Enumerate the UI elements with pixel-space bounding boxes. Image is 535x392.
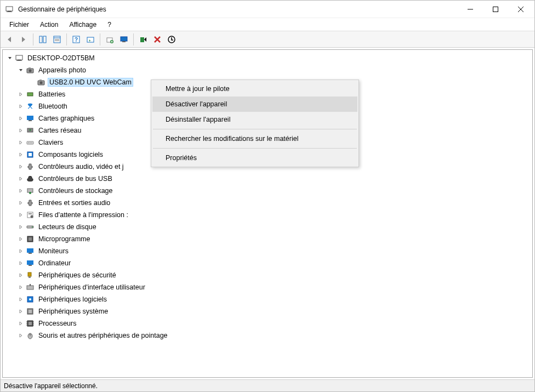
context-menu-scan-hardware[interactable]: Rechercher les modifications sur le maté… <box>152 131 357 146</box>
uninstall-device-button[interactable] <box>165 33 178 46</box>
chevron-right-icon[interactable] <box>17 139 25 146</box>
chevron-right-icon[interactable] <box>17 103 25 110</box>
monitors-button[interactable] <box>117 33 130 46</box>
chevron-right-icon[interactable] <box>17 90 25 98</box>
tree-category-label: Cartes réseau <box>37 126 83 135</box>
chevron-right-icon[interactable] <box>17 163 25 171</box>
enable-device-button[interactable] <box>136 33 150 46</box>
minimize-button[interactable] <box>458 1 483 18</box>
properties-toolbar-button[interactable] <box>50 33 64 46</box>
chevron-right-icon[interactable] <box>17 115 25 122</box>
tree-category-label: Composants logiciels <box>37 150 105 159</box>
tree-category[interactable]: Moniteurs <box>3 245 532 257</box>
svg-point-29 <box>40 82 43 84</box>
tree-category[interactable]: Contrôleurs de bus USB <box>3 173 532 185</box>
tree-category[interactable]: Files d'attente à l'impression : <box>3 209 532 221</box>
disable-device-button[interactable] <box>151 33 164 46</box>
tree-category[interactable]: Entrées et sorties audio <box>3 197 532 209</box>
context-menu-update-driver[interactable]: Mettre à jour le pilote <box>152 81 357 96</box>
device-manager-window: Gestionnaire de périphériques Fichier Ac… <box>0 0 535 392</box>
chevron-right-icon[interactable] <box>17 235 25 243</box>
chevron-right-icon[interactable] <box>17 283 25 291</box>
help-toolbar-button[interactable]: ? <box>70 33 83 46</box>
chevron-down-icon[interactable] <box>17 66 25 74</box>
svg-rect-37 <box>28 143 29 143</box>
chevron-right-icon[interactable] <box>17 127 25 134</box>
tree-category-label: Lecteurs de disque <box>37 223 98 231</box>
chevron-right-icon[interactable] <box>17 223 25 231</box>
tree-category-label: Claviers <box>37 138 65 147</box>
svg-rect-20 <box>140 37 144 42</box>
svg-rect-73 <box>29 334 31 335</box>
category-icon <box>26 150 35 159</box>
tree-category[interactable]: Ordinateur <box>3 257 532 269</box>
back-button[interactable] <box>3 33 16 46</box>
tree-category[interactable]: Périphériques de sécurité <box>3 269 532 281</box>
category-icon <box>26 295 35 304</box>
device-tree[interactable]: DESKTOP-O2DT5BM Appareils photo USB2.0 H… <box>2 49 533 378</box>
tree-category[interactable]: Processeurs <box>3 317 532 329</box>
update-driver-button[interactable] <box>103 33 116 46</box>
maximize-button[interactable] <box>483 1 508 18</box>
svg-rect-50 <box>29 237 32 241</box>
svg-rect-53 <box>27 260 33 265</box>
tree-category[interactable]: Périphériques système <box>3 305 532 317</box>
tree-category[interactable]: Souris et autres périphériques de pointa… <box>3 329 532 342</box>
svg-rect-30 <box>39 79 42 81</box>
tree-category-label: Périphériques logiciels <box>37 295 109 304</box>
show-hide-console-button[interactable] <box>36 33 49 46</box>
tree-category-label: Contrôleurs de bus USB <box>37 174 114 183</box>
close-button[interactable] <box>508 1 533 18</box>
context-menu-disable-device[interactable]: Désactiver l'appareil <box>152 96 357 112</box>
context-menu-uninstall-device[interactable]: Désinstaller l'appareil <box>152 112 357 127</box>
toolbar: ? <box>1 31 534 48</box>
tree-category-label: Cartes graphiques <box>37 114 96 123</box>
chevron-right-icon[interactable] <box>17 259 25 267</box>
tree-category-label: Périphériques d'interface utilisateur <box>37 283 147 292</box>
chevron-right-icon[interactable] <box>17 247 25 255</box>
tree-category-label: Files d'attente à l'impression : <box>37 211 130 219</box>
svg-rect-0 <box>6 7 13 11</box>
tree-category-label: Ordinateur <box>37 259 72 268</box>
svg-point-48 <box>32 226 33 228</box>
chevron-right-icon[interactable] <box>17 211 25 219</box>
scan-hardware-button[interactable] <box>84 33 97 46</box>
toolbar-separator <box>33 33 33 46</box>
tree-category-label: Appareils photo <box>37 66 88 75</box>
menu-file[interactable]: Fichier <box>4 19 35 30</box>
menu-help[interactable]: ? <box>102 19 117 30</box>
chevron-right-icon[interactable] <box>17 296 25 303</box>
svg-text:?: ? <box>75 37 78 43</box>
statusbar: Désactive l'appareil sélectionné. <box>1 379 534 391</box>
chevron-down-icon[interactable] <box>6 54 14 62</box>
tree-category-cameras[interactable]: Appareils photo <box>3 64 532 76</box>
context-menu-properties[interactable]: Propriétés <box>152 150 357 166</box>
svg-rect-19 <box>122 41 126 42</box>
chevron-right-icon[interactable] <box>17 332 25 339</box>
svg-rect-1 <box>8 11 11 12</box>
tree-category[interactable]: Périphériques logiciels <box>3 293 532 305</box>
tree-category-label: Entrées et sorties audio <box>37 198 112 207</box>
tree-category[interactable]: Contrôleurs de stockage <box>3 185 532 197</box>
category-icon <box>26 138 35 147</box>
tree-device-label: USB2.0 HD UVC WebCam <box>48 78 133 87</box>
chevron-right-icon[interactable] <box>17 271 25 279</box>
forward-button[interactable] <box>17 33 30 46</box>
tree-category[interactable]: Périphériques d'interface utilisateur <box>3 281 532 293</box>
tree-category-label: Batteries <box>37 90 67 99</box>
tree-category-label: Processeurs <box>37 319 78 328</box>
menu-action[interactable]: Action <box>35 19 64 30</box>
chevron-right-icon[interactable] <box>17 187 25 195</box>
category-icon <box>26 235 35 243</box>
chevron-right-icon[interactable] <box>17 175 25 183</box>
chevron-right-icon[interactable] <box>17 320 25 327</box>
chevron-right-icon[interactable] <box>17 199 25 207</box>
chevron-right-icon[interactable] <box>17 151 25 158</box>
menubar: Fichier Action Affichage ? <box>1 18 534 31</box>
chevron-right-icon[interactable] <box>17 308 25 315</box>
tree-category[interactable]: Microprogramme <box>3 233 532 245</box>
tree-root[interactable]: DESKTOP-O2DT5BM <box>3 52 532 64</box>
tree-category[interactable]: Lecteurs de disque <box>3 221 532 233</box>
menu-view[interactable]: Affichage <box>64 19 102 30</box>
svg-rect-42 <box>27 189 33 192</box>
